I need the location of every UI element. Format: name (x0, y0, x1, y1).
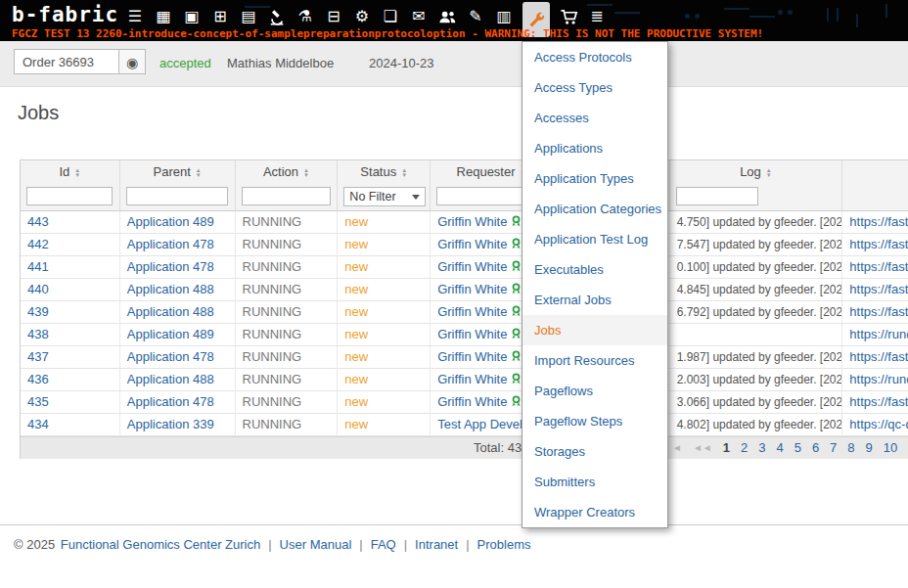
parent-link[interactable]: Application 478 (127, 394, 214, 409)
page-link-5[interactable]: 5 (794, 440, 801, 455)
footer-link-problems[interactable]: Problems (477, 537, 531, 552)
toolbox-icon[interactable]: ▥ (494, 5, 514, 28)
menu-item-wrapper-creators[interactable]: Wrapper Creators (522, 497, 667, 527)
document-icon[interactable]: ❏ (381, 5, 400, 28)
page-link-6[interactable]: 6 (812, 440, 819, 455)
filter-input-log[interactable] (676, 187, 758, 205)
job-url-link[interactable]: https://qc-d (849, 417, 908, 431)
requester-link[interactable]: Griffin White (437, 327, 507, 341)
parent-link[interactable]: Application 339 (127, 417, 214, 431)
parent-link[interactable]: Application 488 (127, 372, 214, 386)
parent-link[interactable]: Application 488 (127, 304, 214, 319)
menu-item-application-types[interactable]: Application Types (522, 163, 667, 194)
parent-link[interactable]: Application 478 (127, 349, 214, 364)
requester-link[interactable]: Griffin White (437, 394, 507, 409)
menu-item-application-test-log[interactable]: Application Test Log (522, 224, 667, 254)
menu-item-external-jobs[interactable]: External Jobs (522, 285, 667, 315)
order-go-button[interactable]: ◉ (118, 49, 146, 74)
job-url-link[interactable]: https://runq (849, 372, 908, 386)
filter-input-parent[interactable] (126, 187, 228, 205)
column-header-log[interactable]: Log▲▼ (670, 160, 843, 184)
users-icon[interactable] (437, 5, 457, 28)
requester-link[interactable]: Griffin White (437, 349, 507, 364)
requester-link[interactable]: Griffin White (437, 282, 507, 296)
menu-item-pageflows[interactable]: Pageflows (522, 376, 667, 406)
job-url-link[interactable]: https://fastq (849, 259, 908, 274)
job-id-link[interactable]: 442 (27, 237, 49, 251)
job-url-link[interactable]: https://fastq (849, 394, 908, 409)
org-link[interactable]: Functional Genomics Center Zurich (61, 537, 260, 552)
menu-item-pageflow-steps[interactable]: Pageflow Steps (522, 406, 667, 436)
job-id-link[interactable]: 443 (27, 214, 49, 229)
mail-icon[interactable]: ✉ (409, 5, 429, 28)
menu-item-application-categories[interactable]: Application Categories (522, 194, 667, 224)
flask-icon[interactable]: ⚗ (295, 5, 315, 28)
job-url-link[interactable]: https://fastq (849, 304, 908, 319)
ranking-icon[interactable]: ≣ (587, 5, 607, 28)
footer-link-intranet[interactable]: Intranet (415, 537, 458, 552)
page-link-9[interactable]: 9 (866, 440, 873, 455)
page-link-1[interactable]: 1 (723, 440, 730, 455)
job-url-link[interactable]: https://fastq (849, 349, 908, 364)
menu-item-access-protocols[interactable]: Access Protocols (522, 42, 667, 72)
status-filter-select[interactable]: No Filter (343, 187, 426, 206)
requester-link[interactable]: Griffin White (437, 214, 507, 229)
job-id-link[interactable]: 435 (27, 394, 49, 409)
column-header-id[interactable]: Id▲▼ (21, 160, 120, 184)
requester-link[interactable]: Griffin White (437, 304, 507, 319)
job-id-link[interactable]: 437 (27, 349, 49, 364)
menu-item-executables[interactable]: Executables (522, 254, 667, 285)
parent-link[interactable]: Application 489 (127, 327, 214, 341)
page-link-3[interactable]: 3 (758, 440, 765, 455)
microscope-icon[interactable] (267, 5, 287, 28)
footer-link-faq[interactable]: FAQ (371, 537, 396, 552)
page-link-8[interactable]: 8 (847, 440, 854, 455)
requester-link[interactable]: Griffin White (437, 259, 507, 274)
checklist-icon[interactable]: ☰ (125, 5, 145, 28)
calendar-icon[interactable]: ▤ (239, 5, 258, 28)
menu-item-jobs[interactable]: Jobs (522, 315, 667, 345)
first-page-icon[interactable]: ◄ (672, 442, 682, 453)
requester-link[interactable]: Griffin White (437, 237, 507, 251)
package-icon[interactable]: ▣ (182, 5, 202, 28)
job-id-link[interactable]: 434 (27, 417, 49, 431)
parent-link[interactable]: Application 489 (127, 214, 214, 229)
job-id-link[interactable]: 440 (27, 282, 49, 296)
job-id-link[interactable]: 441 (27, 259, 49, 274)
gear-icon[interactable]: ⚙ (352, 5, 372, 28)
menu-item-import-resources[interactable]: Import Resources (522, 345, 667, 376)
filter-input-action[interactable] (242, 187, 331, 205)
page-link-2[interactable]: 2 (741, 440, 748, 455)
cart-icon[interactable] (559, 5, 578, 28)
parent-link[interactable]: Application 488 (127, 282, 214, 296)
signature-icon[interactable]: ✎ (466, 5, 485, 28)
add-icon[interactable]: ⊞ (210, 5, 230, 28)
column-header-parent[interactable]: Parent▲▼ (120, 160, 236, 184)
order-search-input[interactable] (14, 49, 119, 74)
page-link-10[interactable]: 10 (884, 440, 897, 455)
filter-input-id[interactable] (26, 187, 113, 205)
prev-page-icon[interactable]: ◄◄ (693, 442, 712, 453)
job-url-link[interactable]: https://runq (849, 327, 908, 341)
page-link-4[interactable]: 4 (776, 440, 783, 455)
job-url-link[interactable]: https://fastq (849, 214, 908, 229)
drawer-icon[interactable]: ⊟ (324, 5, 343, 28)
footer-link-user-manual[interactable]: User Manual (280, 537, 352, 552)
grid-icon[interactable]: ▦ (154, 5, 173, 28)
job-id-link[interactable]: 438 (27, 327, 49, 341)
parent-link[interactable]: Application 478 (127, 237, 214, 251)
page-link-7[interactable]: 7 (830, 440, 837, 455)
job-url-link[interactable]: https://fastq (849, 282, 908, 296)
menu-item-applications[interactable]: Applications (522, 133, 667, 163)
job-url-link[interactable]: https://fastq (849, 237, 908, 251)
menu-item-submitters[interactable]: Submitters (522, 467, 667, 497)
menu-item-storages[interactable]: Storages (522, 436, 667, 467)
column-header-status[interactable]: Status▲▼ (338, 160, 431, 184)
requester-link[interactable]: Griffin White (437, 372, 507, 386)
parent-link[interactable]: Application 478 (127, 259, 214, 274)
menu-item-access-types[interactable]: Access Types (522, 72, 667, 103)
job-id-link[interactable]: 439 (27, 304, 49, 319)
job-id-link[interactable]: 436 (27, 372, 49, 386)
column-header-action[interactable]: Action▲▼ (236, 160, 339, 184)
menu-item-accesses[interactable]: Accesses (522, 103, 667, 133)
